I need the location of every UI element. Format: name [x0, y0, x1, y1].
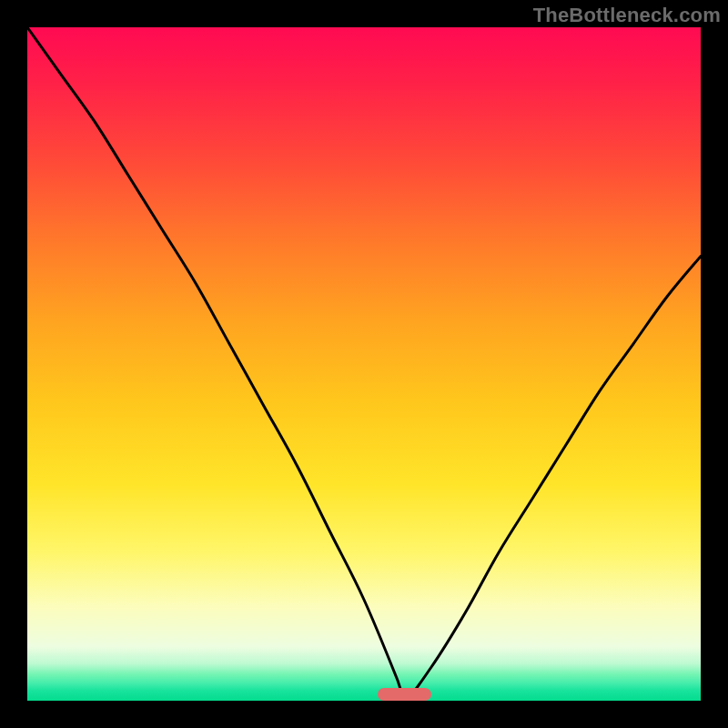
optimal-range-marker [378, 688, 431, 701]
chart-frame: TheBottleneck.com [0, 0, 728, 728]
plot-area [27, 27, 701, 701]
bottleneck-curve-line [27, 27, 701, 701]
curve-layer [27, 27, 701, 701]
watermark-text: TheBottleneck.com [533, 4, 721, 27]
